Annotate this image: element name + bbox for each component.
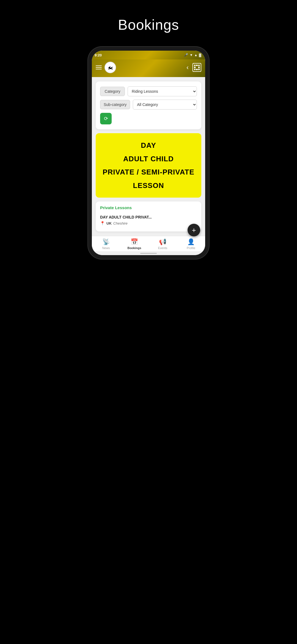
gesture-line — [140, 253, 157, 254]
page-title: Bookings — [118, 6, 179, 47]
events-label: Events — [158, 246, 167, 250]
location-pin-icon: 📍 — [100, 221, 105, 225]
refresh-row: ⟳ — [100, 113, 197, 124]
listing-item[interactable]: DAY ADULT CHILD PRIVAT... 📍 UK Cheshire — [100, 213, 197, 228]
filter-card: Category Riding Lessons Sub-category All… — [96, 81, 201, 129]
hamburger-menu-button[interactable] — [96, 66, 102, 69]
category-select[interactable]: Riding Lessons — [128, 86, 197, 96]
refresh-icon: ⟳ — [104, 116, 108, 122]
nav-right: ‹ — [186, 63, 201, 72]
bottom-nav-events[interactable]: 📢 Events — [148, 238, 177, 250]
status-icons: 🎤 ▼ ▲ ▓ — [184, 53, 201, 57]
profile-icon: 👤 — [187, 238, 195, 245]
subcategory-label: Sub-category — [100, 100, 130, 109]
wifi-icon: ▼ — [189, 53, 193, 57]
add-icon: + — [192, 226, 196, 234]
news-icon: 📡 — [102, 238, 110, 245]
yellow-card-line1: DAY — [101, 141, 196, 149]
bottom-nav-news[interactable]: 📡 News — [92, 238, 120, 250]
bottom-nav-bookings[interactable]: 📅 Bookings — [120, 238, 148, 250]
listing-category-label: Private Lessons — [100, 205, 197, 210]
listing-location: 📍 UK Cheshire — [100, 221, 197, 225]
bottom-nav-profile[interactable]: 👤 Profile — [177, 238, 205, 250]
yellow-card-line2: ADULT CHILD — [101, 155, 196, 163]
category-label: Category — [100, 87, 125, 96]
listing-country: UK — [106, 221, 112, 225]
listing-city: Cheshire — [113, 221, 128, 225]
phone-screen: 9:20 🎤 ▼ ▲ ▓ 🏍 — [92, 51, 205, 255]
logo-icon: 🏍 — [108, 64, 113, 71]
bookings-icon: 📅 — [131, 238, 138, 245]
app-logo: 🏍 — [105, 62, 116, 73]
qr-scanner-button[interactable] — [193, 63, 201, 72]
news-label: News — [102, 246, 110, 250]
refresh-button[interactable]: ⟳ — [100, 113, 112, 124]
subcategory-select[interactable]: All Category — [133, 100, 197, 110]
status-time: 9:20 — [95, 53, 102, 57]
page-wrapper: Bookings 9:20 🎤 ▼ ▲ ▓ — [74, 6, 223, 259]
back-button[interactable]: ‹ — [186, 64, 189, 71]
profile-label: Profile — [187, 246, 195, 250]
listing-section: Private Lessons DAY ADULT CHILD PRIVAT..… — [96, 201, 201, 231]
top-nav: 🏍 ‹ — [92, 59, 205, 77]
signal-icon: ▲ — [194, 53, 197, 57]
category-filter-row: Category Riding Lessons — [100, 86, 197, 96]
status-bar: 9:20 🎤 ▼ ▲ ▓ — [92, 51, 205, 59]
subcategory-filter-row: Sub-category All Category — [100, 100, 197, 110]
phone-frame: 9:20 🎤 ▼ ▲ ▓ 🏍 — [88, 47, 209, 259]
yellow-card-line3: PRIVATE / SEMI-PRIVATE — [101, 168, 196, 176]
events-icon: 📢 — [159, 238, 166, 245]
listing-item-title: DAY ADULT CHILD PRIVAT... — [100, 215, 197, 219]
nav-left: 🏍 — [96, 62, 116, 73]
bottom-nav: 📡 News 📅 Bookings 📢 Events 👤 Profile — [92, 236, 205, 251]
bookings-label: Bookings — [127, 246, 141, 250]
gesture-bar — [92, 251, 205, 255]
mic-icon: 🎤 — [184, 53, 188, 57]
battery-icon: ▓ — [199, 53, 201, 57]
content-area: Category Riding Lessons Sub-category All… — [92, 77, 205, 236]
yellow-promo-card[interactable]: DAY ADULT CHILD PRIVATE / SEMI-PRIVATE L… — [96, 133, 201, 198]
yellow-card-line4: LESSON — [101, 182, 196, 190]
